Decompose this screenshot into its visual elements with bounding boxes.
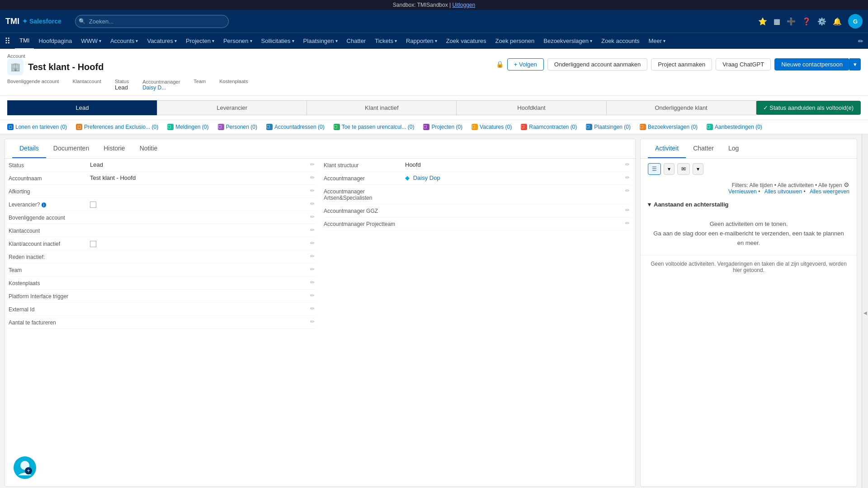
edit-bovenliggende[interactable]: ✏ — [308, 214, 316, 220]
tab-details[interactable]: Details — [12, 139, 46, 158]
create-sub-account-button[interactable]: Onderliggend account aanmaken — [547, 58, 648, 70]
edit-aantal[interactable]: ✏ — [308, 319, 316, 325]
pipeline-step-onderliggende[interactable]: Onderliggende klant — [606, 100, 756, 115]
edit-accountmanager[interactable]: ✏ — [623, 174, 632, 181]
tab-activiteit[interactable]: Activiteit — [648, 139, 686, 158]
menu-item-accounts[interactable]: Accounts▾ — [106, 33, 142, 49]
tab-log[interactable]: Log — [721, 139, 746, 158]
related-projecten[interactable]: ◻ Projecten (0) — [423, 124, 462, 130]
edit-accountnaam[interactable]: ✏ — [308, 174, 316, 181]
menu-edit-icon[interactable]: ✏ — [858, 38, 863, 45]
edit-klantaccount[interactable]: ✏ — [308, 227, 316, 233]
edit-reden[interactable]: ✏ — [308, 253, 316, 259]
accountmanager-detail-link[interactable]: Daisy Dop — [413, 174, 440, 181]
edit-afkorting[interactable]: ✏ — [308, 188, 316, 194]
filters-gear-icon[interactable]: ⚙ — [844, 181, 849, 188]
related-personen[interactable]: ◻ Personen (0) — [218, 124, 257, 130]
new-contact-button[interactable]: Nieuwe contactpersoon — [774, 58, 849, 70]
apps-icon[interactable]: ⠿ — [5, 36, 10, 46]
detail-row-accountmanager: Accountmanager ◆ Daisy Dop ✏ — [324, 172, 632, 185]
menu-item-vacatures[interactable]: Vacatures▾ — [142, 33, 181, 49]
related-urencalcul[interactable]: ◻ Toe te passen urencalcul... (0) — [334, 124, 415, 130]
leverancier-info-icon[interactable]: i — [42, 202, 46, 207]
edit-accountmanager-projectteam[interactable]: ✏ — [623, 220, 632, 226]
pipeline-step-leverancier[interactable]: Leverancier — [157, 100, 307, 115]
pipeline-step-klant-inactief[interactable]: Klant inactief — [307, 100, 457, 115]
leverancier-checkbox[interactable] — [90, 202, 96, 208]
alles-weergeven-link[interactable]: Alles weergeven — [810, 188, 849, 195]
alles-uitvouwen-link[interactable]: Alles uitvouwen — [764, 188, 802, 195]
edit-team[interactable]: ✏ — [308, 266, 316, 272]
bell-icon[interactable]: 🔔 — [833, 17, 842, 26]
help-icon[interactable]: ❓ — [802, 17, 811, 26]
tab-historie[interactable]: Historie — [96, 139, 132, 158]
follow-button[interactable]: + Volgen — [507, 58, 544, 70]
accountmanager-link[interactable]: Daisy D... — [142, 84, 166, 91]
related-aanbestedingen[interactable]: ◻ Aanbestedingen (0) — [707, 124, 762, 130]
activity-dropdown-2[interactable]: ▾ — [693, 163, 703, 175]
related-meldingen[interactable]: ◻ Meldingen (0) — [167, 124, 208, 130]
search-input[interactable] — [75, 15, 229, 28]
edit-klant-structuur[interactable]: ✏ — [623, 161, 632, 168]
menu-item-plaatsingen[interactable]: Plaatsingen▾ — [299, 33, 342, 49]
menu-item-tmi[interactable]: TMI — [15, 33, 34, 49]
settings-icon[interactable]: ⚙️ — [817, 17, 826, 26]
chevron-down-icon: ▾ — [648, 201, 651, 208]
tab-chatter[interactable]: Chatter — [686, 139, 721, 158]
activity-list-button[interactable]: ☰ — [648, 163, 661, 175]
edit-accountmanager-ggz[interactable]: ✏ — [623, 207, 632, 213]
edit-kostenplaats[interactable]: ✏ — [308, 279, 316, 286]
menu-item-www[interactable]: WWW▾ — [76, 33, 106, 49]
related-raamcontracten[interactable]: ◻ Raamcontracten (0) — [521, 124, 577, 130]
menu-item-projecten[interactable]: Projecten▾ — [181, 33, 219, 49]
menu-item-zoek-accounts[interactable]: Zoek accounts — [597, 33, 644, 49]
menu-item-personen[interactable]: Personen▾ — [219, 33, 257, 49]
favorites-icon[interactable]: ⭐ — [758, 17, 767, 26]
edit-external-id[interactable]: ✏ — [308, 305, 316, 312]
floating-assistant[interactable]: + — [14, 456, 36, 479]
menu-item-bezoekverslagen[interactable]: Bezoekverslagen▾ — [539, 33, 597, 49]
edit-accountmanager-artsen[interactable]: ✏ — [623, 188, 632, 194]
edit-platform[interactable]: ✏ — [308, 292, 316, 299]
menu-item-zoek-vacatures[interactable]: Zoek vacatures — [442, 33, 491, 49]
sandbox-text: Sandbox: TMISandbox | — [393, 2, 451, 8]
detail-row-reden: Reden inactief: ✏ — [9, 250, 316, 263]
ask-chatgpt-button[interactable]: Vraag ChatGPT — [716, 58, 771, 70]
add-icon[interactable]: ➕ — [787, 17, 796, 26]
related-lonen[interactable]: ◻ Lonen en tarieven (0) — [7, 124, 67, 130]
complete-status-button[interactable]: ✓ Status aanduiden als voltooid(e) — [756, 101, 861, 115]
upcoming-section-header[interactable]: ▾ Aanstaand en achterstallig — [641, 197, 857, 212]
menu-item-rapporten[interactable]: Rapporten▾ — [401, 33, 442, 49]
lock-icon[interactable]: 🔒 — [496, 61, 504, 68]
related-preferences[interactable]: ◻ Preferences and Exclusio... (0) — [76, 124, 158, 130]
activity-dropdown-1[interactable]: ▾ — [664, 163, 675, 175]
vernieuwen-link[interactable]: Vernieuwen — [728, 188, 757, 195]
activity-email-button[interactable]: ✉ — [677, 163, 690, 175]
logout-link[interactable]: Uitloggen — [452, 2, 475, 8]
related-vacatures[interactable]: ◻ Vacatures (0) — [472, 124, 512, 130]
related-bezoekverslagen[interactable]: ◻ Bezoekverslagen (0) — [640, 124, 698, 130]
edit-status[interactable]: ✏ — [308, 161, 316, 168]
edit-klant-inactief[interactable]: ✏ — [308, 240, 316, 246]
edit-leverancier[interactable]: ✏ — [308, 201, 316, 207]
tab-notitie[interactable]: Notitie — [132, 139, 165, 158]
grid-icon[interactable]: ▦ — [774, 17, 780, 26]
nav-bar: TMI ✦ Salesforce ⭐ ▦ ➕ ❓ ⚙️ 🔔 G — [0, 10, 868, 33]
right-rail[interactable]: ◀ — [862, 134, 868, 488]
menu-item-sollicitaties[interactable]: Sollicitaties▾ — [257, 33, 299, 49]
pipeline-step-hoofdklant[interactable]: Hoofdklant — [456, 100, 606, 115]
new-contact-dropdown[interactable]: ▾ — [849, 58, 861, 70]
tab-documenten[interactable]: Documenten — [46, 139, 96, 158]
pipeline-step-lead[interactable]: Lead — [7, 100, 157, 115]
menu-item-hoofdpagina[interactable]: Hoofdpagina — [34, 33, 76, 49]
klant-inactief-checkbox[interactable] — [90, 241, 96, 247]
related-accountadressen[interactable]: ◻ Accountadressen (0) — [266, 124, 325, 130]
related-plaatsingen[interactable]: ◻ Plaatsingen (0) — [586, 124, 631, 130]
menu-item-zoek-personen[interactable]: Zoek personen — [491, 33, 539, 49]
create-project-button[interactable]: Project aanmaken — [651, 58, 712, 70]
menu-item-meer[interactable]: Meer▾ — [644, 33, 670, 49]
menu-item-tickets[interactable]: Tickets▾ — [370, 33, 401, 49]
menu-item-chatter[interactable]: Chatter — [342, 33, 371, 49]
avatar[interactable]: G — [848, 14, 863, 28]
activity-toolbar: ☰ ▾ ✉ ▾ — [641, 159, 857, 179]
